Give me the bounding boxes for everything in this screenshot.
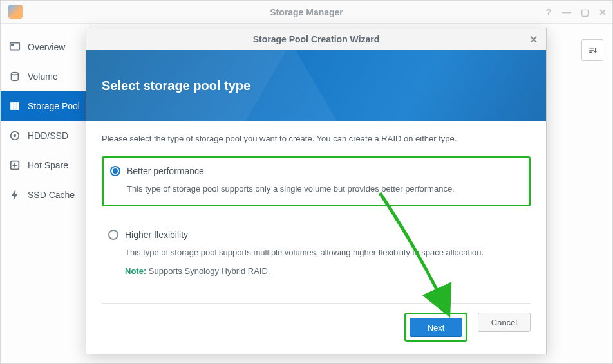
close-icon[interactable]: ✕: [529, 33, 540, 44]
svg-rect-1: [12, 44, 14, 46]
sidebar-item-hot-spare[interactable]: Hot Spare: [1, 150, 91, 180]
hdd-ssd-icon: [8, 129, 21, 142]
help-icon[interactable]: ?: [544, 8, 553, 17]
note-text: Supports Synology Hybrid RAID.: [146, 266, 270, 276]
dialog-banner: Select storage pool type: [86, 50, 546, 121]
storage-pool-icon: [8, 100, 21, 113]
option-higher-flexibility[interactable]: Higher flexibility This type of storage …: [102, 222, 531, 287]
radio-better-performance[interactable]: [110, 166, 120, 176]
dialog-footer: Next Cancel: [102, 303, 531, 342]
sidebar-item-label: Hot Spare: [28, 160, 68, 170]
next-button-highlight: Next: [404, 313, 467, 342]
svg-rect-4: [17, 103, 19, 110]
option-note: Note: Supports Synology Hybrid RAID.: [108, 265, 524, 278]
banner-title: Select storage pool type: [102, 78, 250, 93]
sort-button[interactable]: [581, 39, 603, 61]
intro-text: Please select the type of storage pool y…: [102, 134, 531, 143]
hot-spare-icon: [8, 159, 21, 172]
sidebar-item-volume[interactable]: Volume: [1, 62, 91, 91]
sidebar-item-label: Volume: [28, 71, 58, 82]
dialog-title: Storage Pool Creation Wizard: [253, 34, 380, 44]
sidebar-item-ssd-cache[interactable]: SSD Cache: [1, 180, 91, 210]
window-titlebar: Storage Manager ? ― ▢ ✕: [1, 1, 612, 24]
sidebar: Overview Volume Storage Pool HDD/SSD Hot…: [1, 24, 91, 363]
option-better-performance[interactable]: Better performance This type of storage …: [102, 156, 531, 206]
sidebar-item-label: Storage Pool: [28, 101, 80, 111]
option-description: This type of storage pool supports only …: [110, 183, 522, 196]
svg-rect-3: [14, 103, 16, 110]
close-window-icon[interactable]: ✕: [598, 8, 607, 17]
storage-pool-creation-wizard: Storage Pool Creation Wizard ✕ Select st…: [86, 28, 547, 354]
sidebar-item-storage-pool[interactable]: Storage Pool: [1, 91, 91, 121]
window-controls: ? ― ▢ ✕: [544, 1, 607, 24]
svg-rect-2: [11, 103, 14, 110]
minimize-icon[interactable]: ―: [562, 8, 571, 17]
maximize-icon[interactable]: ▢: [580, 8, 589, 17]
option-label: Better performance: [127, 166, 204, 176]
sidebar-item-hdd-ssd[interactable]: HDD/SSD: [1, 121, 91, 150]
app-icon: [8, 5, 23, 19]
note-label: Note:: [125, 266, 146, 276]
sidebar-item-label: Overview: [28, 42, 65, 52]
dialog-body: Please select the type of storage pool y…: [86, 121, 546, 287]
overview-icon: [8, 41, 21, 53]
cancel-button[interactable]: Cancel: [478, 313, 531, 332]
next-button[interactable]: Next: [410, 318, 462, 337]
storage-manager-window: Storage Manager ? ― ▢ ✕ Overview Volume …: [0, 0, 613, 364]
option-description: This type of storage pool supports multi…: [108, 246, 524, 259]
sidebar-item-label: SSD Cache: [28, 190, 75, 200]
sidebar-item-label: HDD/SSD: [28, 131, 68, 141]
svg-point-6: [14, 134, 16, 137]
sidebar-item-overview[interactable]: Overview: [1, 32, 91, 62]
volume-icon: [8, 70, 21, 83]
option-label: Higher flexibility: [125, 230, 188, 240]
window-title: Storage Manager: [270, 7, 343, 17]
ssd-cache-icon: [8, 188, 21, 201]
radio-higher-flexibility[interactable]: [108, 230, 118, 240]
dialog-titlebar: Storage Pool Creation Wizard ✕: [86, 28, 546, 50]
sort-icon: [587, 45, 598, 55]
